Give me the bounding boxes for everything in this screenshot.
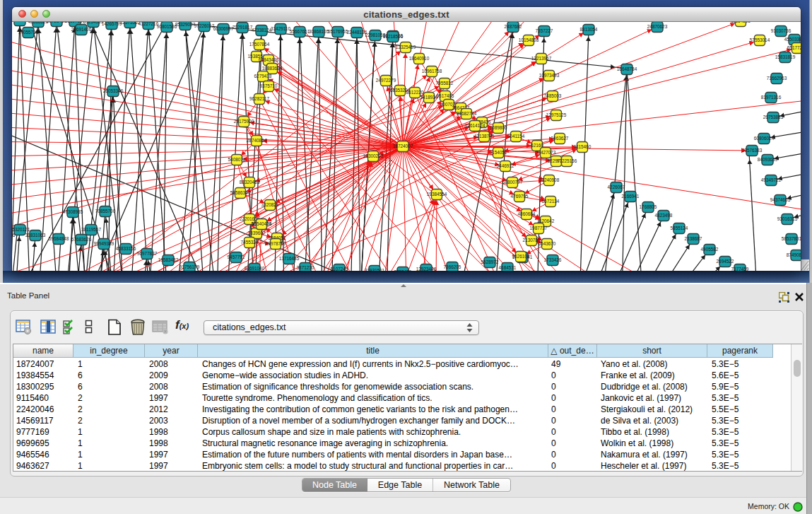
svg-text:70855700: 70855700 — [95, 209, 116, 214]
svg-text:87490893: 87490893 — [787, 252, 801, 257]
svg-text:7455324: 7455324 — [241, 240, 259, 245]
svg-text:7089806: 7089806 — [490, 125, 507, 130]
svg-text:29175900: 29175900 — [234, 119, 254, 124]
svg-text:26053346: 26053346 — [103, 88, 124, 93]
svg-text:9375710: 9375710 — [260, 83, 278, 88]
svg-text:1733426: 1733426 — [544, 257, 562, 262]
svg-text:6279418: 6279418 — [254, 74, 272, 78]
svg-text:89254563: 89254563 — [83, 22, 104, 24]
svg-text:41227216: 41227216 — [139, 22, 159, 26]
svg-text:1768805: 1768805 — [640, 204, 657, 209]
svg-text:24870623: 24870623 — [647, 24, 668, 29]
svg-text:28728463: 28728463 — [47, 22, 67, 23]
svg-text:3154051: 3154051 — [490, 150, 507, 155]
svg-text:2338687: 2338687 — [685, 236, 702, 241]
svg-text:5528972: 5528972 — [481, 259, 499, 264]
svg-text:2166941: 2166941 — [622, 194, 640, 199]
svg-text:31682744: 31682744 — [457, 111, 477, 116]
svg-text:2487682: 2487682 — [505, 24, 522, 29]
svg-text:42138745: 42138745 — [474, 134, 495, 139]
svg-text:63843426: 63843426 — [259, 57, 279, 62]
svg-text:58586340: 58586340 — [230, 190, 251, 195]
svg-text:91756179: 91756179 — [180, 264, 200, 269]
svg-text:5041154: 5041154 — [507, 134, 525, 139]
svg-text:71662963: 71662963 — [767, 76, 787, 81]
svg-text:22448136: 22448136 — [347, 30, 367, 35]
svg-text:99949389: 99949389 — [94, 241, 114, 246]
svg-text:81691040: 81691040 — [245, 266, 265, 271]
svg-text:47308985: 47308985 — [63, 209, 83, 214]
svg-text:7485003: 7485003 — [544, 93, 562, 98]
svg-text:10961758: 10961758 — [422, 69, 442, 74]
svg-text:4823498: 4823498 — [655, 213, 673, 218]
svg-text:8612220: 8612220 — [406, 90, 424, 95]
svg-text:18640910: 18640910 — [409, 56, 430, 61]
svg-text:83197857: 83197857 — [65, 22, 86, 23]
svg-text:20691406: 20691406 — [71, 27, 92, 32]
svg-text:5855124: 5855124 — [671, 226, 688, 230]
svg-text:2839607: 2839607 — [248, 230, 266, 235]
svg-text:59684848: 59684848 — [49, 236, 69, 241]
svg-text:8813054: 8813054 — [580, 27, 598, 32]
svg-text:14055713: 14055713 — [18, 30, 39, 35]
svg-text:10973493: 10973493 — [539, 73, 560, 78]
svg-text:58966946: 58966946 — [12, 233, 16, 238]
svg-text:12923446: 12923446 — [416, 267, 437, 271]
svg-text:14265799: 14265799 — [102, 22, 122, 26]
svg-text:42868828: 42868828 — [28, 22, 49, 24]
svg-text:13716485: 13716485 — [279, 256, 300, 261]
svg-text:12975125: 12975125 — [546, 112, 567, 117]
svg-text:12614124: 12614124 — [465, 123, 486, 128]
svg-text:12213967: 12213967 — [531, 56, 552, 61]
svg-text:8755439: 8755439 — [394, 269, 412, 271]
svg-text:2694522: 2694522 — [717, 259, 734, 264]
svg-text:19583482: 19583482 — [158, 257, 179, 262]
svg-text:11154808: 11154808 — [731, 22, 751, 23]
svg-text:18883684: 18883684 — [262, 66, 283, 71]
svg-text:9457791: 9457791 — [228, 255, 245, 259]
svg-text:1987737: 1987737 — [530, 226, 548, 230]
svg-text:68800797: 68800797 — [502, 180, 523, 185]
svg-text:30868105: 30868105 — [309, 29, 329, 34]
svg-text:22575562: 22575562 — [120, 22, 141, 25]
svg-text:19218506: 19218506 — [383, 34, 404, 39]
svg-text:4860684: 4860684 — [518, 211, 536, 216]
svg-text:89978790: 89978790 — [266, 241, 286, 246]
svg-text:95320121: 95320121 — [12, 227, 30, 232]
svg-text:26753883: 26753883 — [763, 115, 784, 119]
svg-text:9626108: 9626108 — [512, 254, 530, 259]
svg-text:16648784: 16648784 — [617, 66, 637, 71]
svg-text:94374605: 94374605 — [770, 197, 791, 202]
svg-text:65177213: 65177213 — [787, 45, 801, 50]
svg-text:9115460: 9115460 — [574, 144, 592, 149]
svg-text:90801586: 90801586 — [157, 24, 177, 29]
svg-text:7955812: 7955812 — [436, 81, 454, 86]
svg-text:38427073: 38427073 — [536, 150, 556, 155]
svg-text:18724007: 18724007 — [393, 144, 413, 148]
svg-text:96977837: 96977837 — [137, 251, 158, 256]
svg-text:5418934: 5418934 — [420, 95, 438, 100]
svg-text:91030736: 91030736 — [771, 28, 792, 33]
svg-text:19384554: 19384554 — [427, 192, 447, 197]
svg-text:93016315: 93016315 — [777, 216, 798, 221]
svg-text:15831819: 15831819 — [775, 54, 796, 59]
svg-text:58537831: 58537831 — [782, 236, 801, 241]
svg-text:9517485: 9517485 — [437, 93, 454, 98]
svg-text:97225156: 97225156 — [557, 158, 577, 163]
svg-text:66306997: 66306997 — [213, 26, 234, 31]
svg-text:4905582: 4905582 — [701, 247, 719, 252]
svg-text:3871230: 3871230 — [297, 265, 314, 270]
svg-text:7366205: 7366205 — [444, 264, 461, 269]
svg-text:4226067: 4226067 — [608, 185, 625, 189]
svg-text:7357227: 7357227 — [536, 28, 553, 33]
svg-text:5408072: 5408072 — [228, 157, 246, 162]
svg-text:5107245: 5107245 — [331, 267, 348, 271]
svg-text:6672134: 6672134 — [542, 199, 560, 204]
svg-text:57553014: 57553014 — [750, 37, 770, 42]
svg-text:31429110: 31429110 — [271, 26, 290, 31]
svg-text:4769795: 4769795 — [511, 194, 529, 199]
svg-text:31931511: 31931511 — [365, 268, 384, 271]
svg-text:24972279: 24972279 — [376, 78, 396, 83]
svg-text:70291817: 70291817 — [233, 25, 253, 30]
svg-text:85329037: 85329037 — [175, 22, 196, 27]
